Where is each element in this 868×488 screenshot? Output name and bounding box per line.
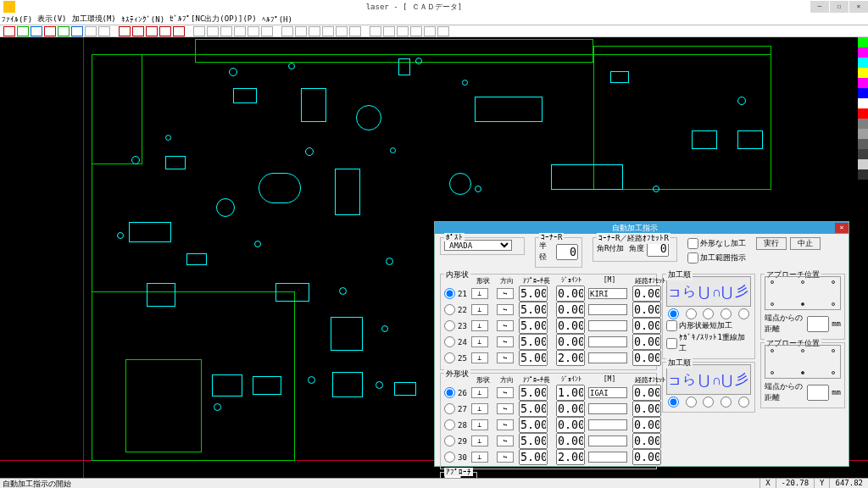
- dist-input-outer[interactable]: [807, 385, 829, 401]
- approach-input[interactable]: [519, 286, 548, 302]
- menu-nc-output[interactable]: ｾﾞﾙﾌﾟ[NC出力(OP)](P): [170, 14, 257, 25]
- tool-6[interactable]: [71, 26, 83, 36]
- offset-input[interactable]: [632, 385, 661, 401]
- dir-button[interactable]: ↪: [497, 352, 514, 363]
- shape-button[interactable]: ⊥: [471, 435, 488, 446]
- menu-machining[interactable]: 加工環境(M): [72, 14, 116, 25]
- tool-b2[interactable]: [295, 26, 307, 36]
- offset-input[interactable]: [632, 433, 661, 449]
- tool-b1[interactable]: [281, 26, 293, 36]
- palette-color[interactable]: [858, 58, 868, 68]
- approach-position-outer[interactable]: [765, 345, 841, 379]
- offset-input[interactable]: [632, 318, 661, 334]
- dir-button[interactable]: ↪: [497, 419, 514, 430]
- tool-2[interactable]: [17, 26, 29, 36]
- m-input[interactable]: [588, 452, 627, 463]
- chk-range[interactable]: [687, 252, 698, 263]
- approach-input[interactable]: [519, 385, 548, 401]
- offset-input[interactable]: [632, 334, 661, 350]
- palette-color[interactable]: [858, 108, 868, 119]
- m-input[interactable]: [588, 403, 627, 414]
- tool-1[interactable]: [3, 26, 15, 36]
- tool-a6[interactable]: [261, 26, 273, 36]
- approach-input[interactable]: [519, 334, 548, 350]
- tool-b6[interactable]: [349, 26, 361, 36]
- chk-shortest[interactable]: [666, 320, 677, 331]
- palette-color[interactable]: [858, 98, 868, 108]
- maximize-button[interactable]: ☐: [830, 1, 849, 13]
- joint-input[interactable]: [556, 334, 585, 350]
- row-radio[interactable]: [444, 304, 455, 315]
- approach-input[interactable]: [519, 449, 548, 465]
- menu-nesting[interactable]: ﾈｽﾃｨﾝｸﾞ(N): [121, 15, 164, 24]
- palette-color[interactable]: [858, 37, 868, 47]
- tool-8[interactable]: [98, 26, 110, 36]
- row-radio[interactable]: [444, 387, 455, 398]
- shape-button[interactable]: ⊥: [471, 387, 488, 398]
- shape-button[interactable]: ⊥: [471, 304, 488, 315]
- row-radio[interactable]: [444, 288, 455, 299]
- m-input[interactable]: [588, 352, 627, 363]
- m-input[interactable]: [588, 419, 627, 430]
- row-radio[interactable]: [444, 435, 455, 446]
- menu-file[interactable]: ﾌｧｲﾙ(F): [2, 15, 32, 24]
- minimize-button[interactable]: —: [810, 1, 829, 13]
- pattern-radio[interactable]: [703, 396, 714, 408]
- shape-button[interactable]: ⊥: [471, 288, 488, 299]
- offset-input[interactable]: [632, 417, 661, 433]
- menu-help[interactable]: ﾍﾙﾌﾟ(H): [262, 15, 292, 24]
- pattern-radio[interactable]: [686, 308, 697, 319]
- tool-zoom2[interactable]: [383, 26, 395, 36]
- pattern-radio[interactable]: [738, 308, 749, 319]
- cancel-button[interactable]: 中止: [790, 237, 821, 250]
- pattern-radio[interactable]: [703, 308, 714, 319]
- offset-input[interactable]: [632, 449, 661, 465]
- tool-4[interactable]: [44, 26, 56, 36]
- dir-button[interactable]: ↪: [497, 304, 514, 315]
- palette-color[interactable]: [858, 88, 868, 98]
- joint-input[interactable]: [556, 286, 585, 302]
- shape-button[interactable]: ⊥: [471, 452, 488, 463]
- joint-input[interactable]: [556, 433, 585, 449]
- pattern-selector-outer[interactable]: ⊐ら⋃∩⋃彡: [666, 364, 751, 395]
- chk-no-outer[interactable]: [687, 238, 698, 249]
- offset-input[interactable]: [632, 350, 661, 366]
- pattern-radio[interactable]: [668, 308, 679, 319]
- dialog-titlebar[interactable]: 自動加工指示 ✕: [435, 222, 849, 234]
- radius-input[interactable]: [556, 244, 578, 260]
- dialog-close-button[interactable]: ✕: [835, 223, 849, 233]
- m-input[interactable]: [588, 320, 627, 331]
- palette-color[interactable]: [858, 139, 868, 149]
- joint-input[interactable]: [556, 385, 585, 401]
- dir-button[interactable]: ↪: [497, 403, 514, 414]
- palette-color[interactable]: [858, 68, 868, 78]
- tool-7[interactable]: [85, 26, 97, 36]
- joint-input[interactable]: [556, 302, 585, 318]
- palette-color[interactable]: [858, 129, 868, 139]
- tool-a4[interactable]: [234, 26, 246, 36]
- approach-input[interactable]: [519, 302, 548, 318]
- pattern-selector-inner[interactable]: ⊐ら⋃∩⋃彡: [666, 276, 751, 307]
- close-button[interactable]: ✕: [849, 1, 868, 13]
- tool-v5[interactable]: [173, 26, 185, 36]
- tool-zoom3[interactable]: [397, 26, 409, 36]
- pattern-radio[interactable]: [668, 396, 679, 408]
- joint-input[interactable]: [556, 449, 585, 465]
- offset-input[interactable]: [632, 401, 661, 417]
- pattern-radio[interactable]: [721, 308, 732, 319]
- dir-button[interactable]: ↪: [497, 320, 514, 331]
- tool-3[interactable]: [31, 26, 42, 36]
- tool-v2[interactable]: [132, 26, 144, 36]
- execute-button[interactable]: 実行: [756, 237, 787, 250]
- joint-input[interactable]: [556, 417, 585, 433]
- pattern-radio[interactable]: [721, 396, 732, 408]
- tool-a1[interactable]: [193, 26, 205, 36]
- shape-button[interactable]: ⊥: [471, 336, 488, 347]
- approach-input[interactable]: [519, 417, 548, 433]
- offset-input[interactable]: [632, 302, 661, 318]
- m-input[interactable]: [588, 336, 627, 347]
- joint-input[interactable]: [556, 350, 585, 366]
- joint-input[interactable]: [556, 318, 585, 334]
- approach-input[interactable]: [519, 318, 548, 334]
- shape-button[interactable]: ⊥: [471, 352, 488, 363]
